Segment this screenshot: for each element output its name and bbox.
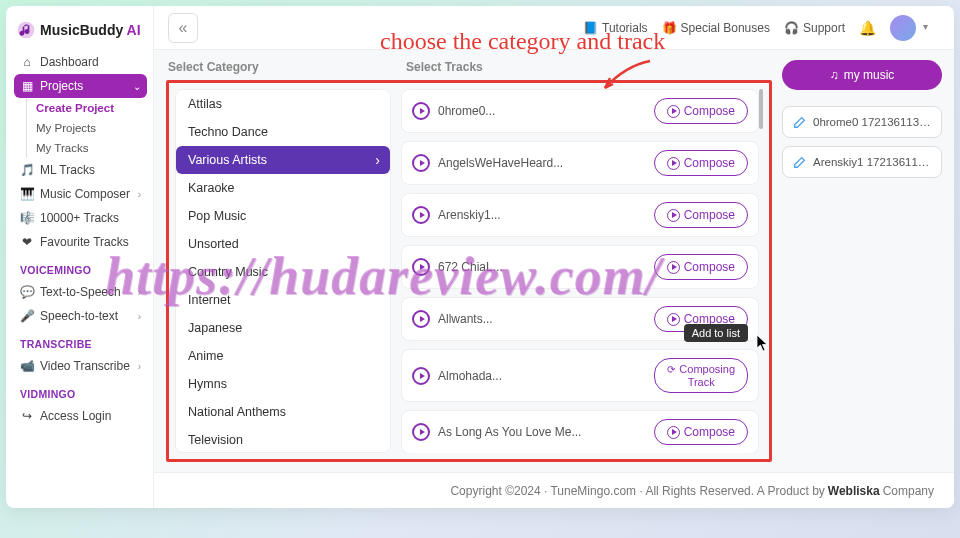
- footer-text: Copyright ©2024 · TuneMingo.com · All Ri…: [450, 484, 824, 498]
- track-list[interactable]: 0hrome0...ComposeAngelsWeHaveHeard...Com…: [401, 89, 763, 453]
- link-label: Support: [803, 21, 845, 35]
- footer-text: Company: [883, 484, 934, 498]
- category-item[interactable]: Japanese: [176, 314, 390, 342]
- category-item[interactable]: Hymns: [176, 370, 390, 398]
- main: « 📘 Tutorials 🎁 Special Bonuses 🎧 Suppor…: [154, 6, 954, 508]
- track-row: Arenskiy1...Compose: [401, 193, 759, 237]
- category-list[interactable]: AttilasTechno DanceVarious ArtistsKaraok…: [175, 89, 391, 453]
- logo-text: MusicBuddy AI: [40, 22, 141, 38]
- nav-video-transcribe[interactable]: 📹 Video Transcribe ›: [14, 354, 147, 378]
- chat-icon: 💬: [20, 285, 34, 299]
- nav-dashboard[interactable]: ⌂ Dashboard: [14, 50, 147, 74]
- my-music-item[interactable]: Arenskiy1 1721361136...: [782, 146, 942, 178]
- play-icon[interactable]: [412, 310, 430, 328]
- my-music-button[interactable]: ♫ my music: [782, 60, 942, 90]
- category-item[interactable]: Internet: [176, 286, 390, 314]
- scrollbar-thumb[interactable]: [759, 89, 763, 129]
- nav-favourite-tracks[interactable]: ❤ Favourite Tracks: [14, 230, 147, 254]
- nav-10000-tracks[interactable]: 🎼 10000+ Tracks: [14, 206, 147, 230]
- nav-projects[interactable]: ▦ Projects ⌄: [14, 74, 147, 98]
- chevron-right-icon: ›: [138, 287, 141, 298]
- heading-tracks: Select Tracks: [406, 60, 770, 74]
- book-icon: 📘: [583, 21, 598, 35]
- nav-label: Access Login: [40, 409, 111, 423]
- play-icon[interactable]: [412, 423, 430, 441]
- nav-create-project[interactable]: Create Project: [36, 98, 147, 118]
- nav-ml-tracks[interactable]: 🎵 ML Tracks: [14, 158, 147, 182]
- button-label: Compose: [684, 425, 735, 439]
- category-item[interactable]: Anime: [176, 342, 390, 370]
- right-panel: ♫ my music 0hrome0 1721361133...Arenskiy…: [782, 60, 942, 462]
- button-label: Compose: [684, 208, 735, 222]
- footer: Copyright ©2024 · TuneMingo.com · All Ri…: [154, 472, 954, 508]
- nav-access-login[interactable]: ↪ Access Login: [14, 404, 147, 428]
- track-name: As Long As You Love Me...: [438, 425, 646, 439]
- category-item[interactable]: Attilas: [176, 90, 390, 118]
- compose-button[interactable]: Compose: [654, 150, 748, 176]
- bonuses-link[interactable]: 🎁 Special Bonuses: [662, 21, 770, 35]
- compose-button[interactable]: ⟳ComposingTrack: [654, 358, 748, 393]
- compose-button[interactable]: Compose: [654, 254, 748, 280]
- tracks-icon: 🎼: [20, 211, 34, 225]
- sidebar-collapse-button[interactable]: «: [168, 13, 198, 43]
- category-item[interactable]: Pop Music: [176, 202, 390, 230]
- nav-label: 10000+ Tracks: [40, 211, 119, 225]
- play-icon[interactable]: [412, 102, 430, 120]
- heart-icon: ❤: [20, 235, 34, 249]
- tutorials-link[interactable]: 📘 Tutorials: [583, 21, 648, 35]
- track-row: 672 ChiaL...Compose: [401, 245, 759, 289]
- category-item[interactable]: Techno Dance: [176, 118, 390, 146]
- section-vidmingo: VIDMINGO: [14, 378, 147, 404]
- compose-button[interactable]: Compose: [654, 98, 748, 124]
- category-item[interactable]: Karaoke: [176, 174, 390, 202]
- nav-label: Speech-to-text: [40, 309, 118, 323]
- nav-tts[interactable]: 💬 Text-to-Speech ›: [14, 280, 147, 304]
- video-icon: 📹: [20, 359, 34, 373]
- pencil-icon: [793, 155, 807, 169]
- category-item[interactable]: Various Artists: [176, 146, 390, 174]
- nav-music-composer[interactable]: 🎹 Music Composer ›: [14, 182, 147, 206]
- nav-my-tracks[interactable]: My Tracks: [36, 138, 147, 158]
- music-icon: ♫: [830, 68, 839, 82]
- category-item[interactable]: Country Music: [176, 258, 390, 286]
- button-label: Compose: [684, 260, 735, 274]
- nav-stt[interactable]: 🎤 Speech-to-text ›: [14, 304, 147, 328]
- nav-my-projects[interactable]: My Projects: [36, 118, 147, 138]
- play-icon[interactable]: [412, 154, 430, 172]
- track-row: 0hrome0...Compose: [401, 89, 759, 133]
- nav-label: Favourite Tracks: [40, 235, 129, 249]
- heading-category: Select Category: [168, 60, 394, 74]
- mic-icon: 🎤: [20, 309, 34, 323]
- support-link[interactable]: 🎧 Support: [784, 21, 845, 35]
- notifications-button[interactable]: 🔔: [859, 20, 876, 36]
- annotation-highlight-box: AttilasTechno DanceVarious ArtistsKaraok…: [166, 80, 772, 462]
- category-item[interactable]: National Anthems: [176, 398, 390, 426]
- link-label: Tutorials: [602, 21, 648, 35]
- link-label: Special Bonuses: [681, 21, 770, 35]
- category-item[interactable]: Unsorted: [176, 230, 390, 258]
- track-name: 672 ChiaL...: [438, 260, 646, 274]
- compose-button[interactable]: Compose: [654, 202, 748, 228]
- category-item[interactable]: Television: [176, 426, 390, 453]
- content-left: Select Category Select Tracks AttilasTec…: [166, 60, 772, 462]
- play-icon: [667, 313, 680, 326]
- track-row: AngelsWeHaveHeard...Compose: [401, 141, 759, 185]
- chevron-down-icon: ⌄: [133, 81, 141, 92]
- play-icon[interactable]: [412, 258, 430, 276]
- content: Select Category Select Tracks AttilasTec…: [154, 50, 954, 472]
- track-name: Allwants...: [438, 312, 646, 326]
- nav-label: Projects: [40, 79, 83, 93]
- nav-label: Video Transcribe: [40, 359, 130, 373]
- login-icon: ↪: [20, 409, 34, 423]
- my-music-item[interactable]: 0hrome0 1721361133...: [782, 106, 942, 138]
- play-icon[interactable]: [412, 206, 430, 224]
- track-name: Almohada...: [438, 369, 646, 383]
- compose-button[interactable]: Compose: [654, 419, 748, 445]
- item-label: 0hrome0 1721361133...: [813, 116, 931, 128]
- track-row: Almohada...Add to list⟳ComposingTrack: [401, 349, 759, 402]
- user-avatar-menu[interactable]: [890, 15, 916, 41]
- play-icon[interactable]: [412, 367, 430, 385]
- footer-brand: Webliska: [828, 484, 880, 498]
- track-name: 0hrome0...: [438, 104, 646, 118]
- logo: MusicBuddy AI: [14, 16, 147, 50]
